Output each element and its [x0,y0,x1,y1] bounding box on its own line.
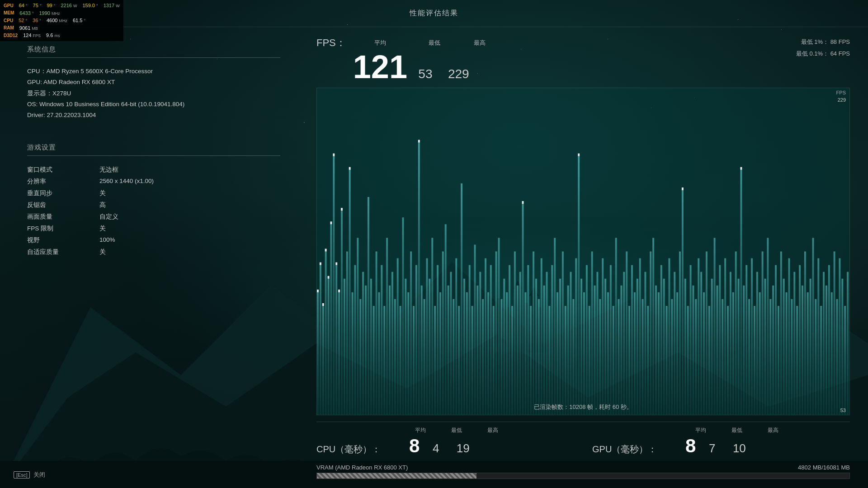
svg-rect-138 [650,252,651,415]
settings-label: 分辨率 [27,176,99,188]
svg-rect-87 [514,252,516,415]
close-label: 关闭 [33,471,45,479]
svg-rect-170 [735,252,737,415]
svg-rect-190 [788,258,790,415]
cpu-avg-header: 平均 [411,427,429,434]
svg-rect-82 [500,299,502,415]
settings-label: 画面质量 [27,211,99,223]
svg-rect-21 [338,292,340,415]
svg-rect-34 [373,306,375,415]
hud-gpu-label: GPU [4,2,14,9]
hud-cpu-temp2: 36 ° [33,17,41,24]
settings-label: 视野 [27,235,99,246]
svg-rect-166 [724,258,726,415]
fps-chart-svg [317,88,849,415]
svg-rect-175 [748,299,750,415]
svg-rect-195 [802,286,803,415]
svg-rect-213 [317,290,319,292]
svg-rect-48 [410,252,412,415]
svg-rect-63 [450,272,452,415]
svg-rect-145 [668,258,670,415]
svg-rect-158 [703,292,705,415]
svg-rect-142 [660,265,662,415]
svg-rect-81 [498,238,500,415]
svg-rect-156 [698,258,699,415]
svg-rect-194 [799,265,801,415]
title-bar: 性能评估结果 [0,0,868,27]
svg-rect-35 [376,252,377,415]
settings-row: 自适应质量关 [27,246,280,258]
svg-rect-53 [424,299,425,415]
svg-rect-109 [572,299,574,415]
settings-label: 反锯齿 [27,199,99,211]
fps-avg-label: 平均 [362,39,398,47]
settings-value: 自定义 [99,211,280,223]
svg-rect-120 [602,258,604,415]
svg-rect-187 [780,252,782,415]
svg-rect-141 [658,292,660,415]
svg-rect-104 [559,279,561,415]
cpu-max-header: 最高 [484,427,502,434]
svg-rect-27 [354,265,356,415]
svg-rect-108 [570,272,572,415]
svg-rect-33 [370,279,372,415]
svg-rect-225 [349,167,351,170]
svg-rect-137 [647,306,649,415]
svg-rect-25 [349,170,351,415]
game-settings-title: 游戏设置 [27,143,280,152]
svg-rect-131 [631,265,633,415]
svg-rect-113 [583,292,585,415]
svg-rect-59 [439,292,441,415]
svg-rect-198 [810,279,811,415]
fps-main-block: FPS： 平均 最低 最高 FPS： 121 53 229 [316,36,489,83]
svg-rect-185 [775,265,777,415]
svg-rect-73 [476,286,478,415]
svg-rect-51 [418,143,420,415]
svg-rect-90 [522,204,524,415]
svg-rect-182 [767,238,769,415]
svg-rect-74 [479,272,481,415]
svg-rect-52 [421,286,423,415]
svg-rect-212 [847,272,849,415]
svg-rect-116 [591,252,593,415]
driver-info: Driver: 27.20.22023.1004 [27,110,280,121]
system-info-section: 系统信息 CPU：AMD Ryzen 5 5600X 6-Core Proces… [27,45,280,121]
gpu-max-header: 最高 [764,427,782,434]
svg-rect-102 [554,238,556,415]
svg-rect-84 [506,292,508,415]
chart-fps-label: FPS [836,90,846,95]
svg-rect-157 [700,272,702,415]
svg-rect-99 [546,272,548,415]
svg-rect-143 [663,279,665,415]
svg-rect-162 [714,238,716,415]
svg-rect-111 [578,156,580,415]
svg-rect-147 [674,272,675,415]
svg-rect-75 [482,299,484,415]
svg-rect-61 [445,224,447,415]
svg-rect-123 [610,265,612,415]
svg-rect-199 [812,238,814,415]
hud-cpu-temp1: 52 ° [19,17,27,24]
svg-rect-47 [407,292,409,415]
svg-rect-207 [834,252,835,415]
svg-rect-161 [711,279,713,415]
svg-rect-188 [783,279,785,415]
svg-rect-65 [455,258,457,415]
vram-header: VRAM (AMD Radeon RX 6800 XT) 4802 MB/160… [316,464,850,471]
fps-max-value: 229 [448,67,469,81]
svg-rect-55 [429,279,430,415]
svg-rect-127 [620,286,622,415]
svg-rect-70 [469,265,471,415]
gpu-ms-max: 10 [730,441,748,455]
svg-rect-146 [671,299,673,415]
svg-rect-19 [333,156,335,415]
right-panel: FPS： 平均 最低 最高 FPS： 121 53 229 最低 [307,27,868,488]
svg-rect-205 [828,265,830,415]
cpu-ms-max: 19 [454,441,472,455]
svg-rect-159 [706,252,708,415]
svg-rect-94 [533,252,534,415]
svg-rect-39 [386,238,388,415]
svg-rect-176 [751,258,753,415]
svg-rect-223 [418,140,420,142]
close-button[interactable]: [Esc] 关闭 [14,471,45,479]
